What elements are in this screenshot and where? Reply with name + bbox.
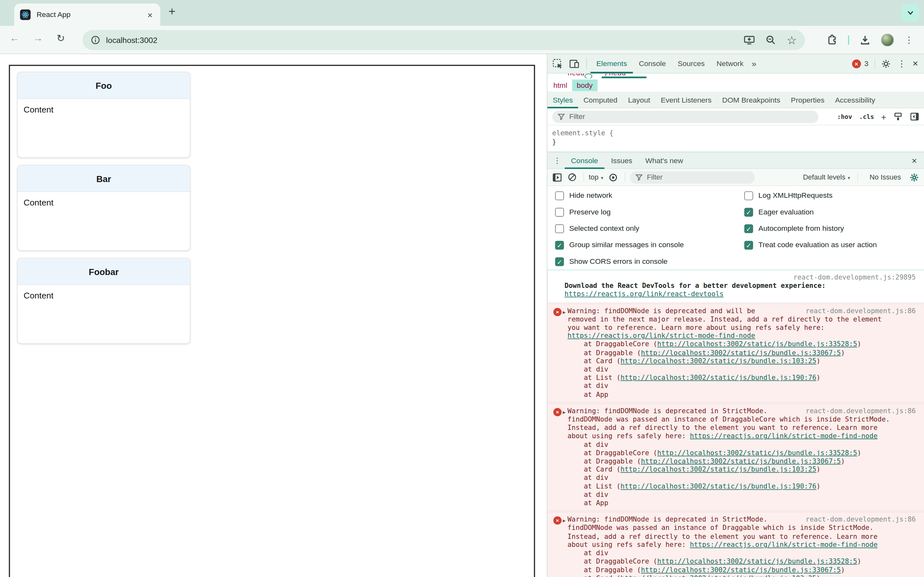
checkbox-group-similar-messages-in-console[interactable]: ✓ (555, 240, 564, 250)
expand-arrow-icon[interactable]: ▶ (563, 517, 565, 525)
back-icon[interactable]: ← (9, 32, 19, 44)
profile-avatar[interactable] (881, 34, 894, 47)
browser-tab[interactable]: React App × (14, 3, 160, 26)
message-source-link[interactable]: react-dom.development.js:86 (806, 516, 916, 524)
console-link[interactable]: http://localhost:3002/static/js/bundle.j… (620, 357, 816, 365)
tab-close-icon[interactable]: × (145, 10, 154, 19)
dom-tree-clipped-row[interactable]: head /head (548, 74, 924, 79)
tab-event-listeners[interactable]: Event Listeners (656, 92, 717, 108)
tab-layout[interactable]: Layout (623, 92, 656, 108)
site-info-icon[interactable] (91, 35, 100, 45)
tab-styles[interactable]: Styles (548, 92, 578, 108)
console-link[interactable]: http://localhost:3002/static/js/bundle.j… (641, 566, 841, 574)
checkbox-treat-code-evaluation-as-user-action[interactable]: ✓ (744, 240, 753, 250)
tab-elements[interactable]: Elements (590, 54, 633, 73)
console-link[interactable]: http://localhost:3002/static/js/bundle.j… (641, 348, 841, 357)
error-count[interactable]: 3 (864, 60, 869, 68)
tab-properties[interactable]: Properties (786, 92, 830, 108)
error-count-badge[interactable]: × (852, 59, 861, 68)
context-selector[interactable]: top▾ (589, 173, 603, 181)
bookmark-star-icon[interactable]: ☆ (787, 35, 796, 45)
checkbox-eager-evaluation[interactable]: ✓ (744, 207, 753, 216)
levels-dropdown[interactable]: Default levels▾ (803, 173, 850, 181)
more-tabs-icon[interactable]: » (752, 59, 756, 68)
console-link[interactable]: https://reactjs.org/link/strict-mode-fin… (690, 540, 877, 549)
tab-dom-breakpoints[interactable]: DOM Breakpoints (717, 92, 785, 108)
card-foo[interactable]: FooContent (17, 72, 190, 158)
console-link[interactable]: http://localhost:3002/static/js/bundle.j… (620, 482, 816, 490)
url-bar[interactable]: localhost:3002 ☆ (82, 30, 805, 50)
expand-arrow-icon[interactable]: ▶ (563, 308, 565, 317)
clear-console-icon[interactable] (567, 172, 577, 182)
rendering-brush-icon[interactable] (893, 112, 903, 121)
console-link[interactable]: http://localhost:3002/static/js/bundle.j… (657, 340, 857, 348)
checkbox-selected-context-only[interactable] (555, 224, 564, 233)
inspect-icon[interactable] (552, 58, 564, 69)
reload-icon[interactable]: ↻ (57, 32, 65, 45)
window-chevron-button[interactable] (901, 4, 919, 22)
device-toolbar-icon[interactable] (569, 58, 580, 69)
message-source-link[interactable]: react-dom.development.js:86 (806, 407, 916, 415)
card-foobar[interactable]: FoobarContent (17, 258, 190, 343)
tab-console[interactable]: Console (633, 54, 672, 73)
checkbox-log-xmlhttprequests[interactable] (744, 191, 753, 200)
console-link[interactable]: https://reactjs.org/link/strict-mode-fin… (567, 332, 755, 340)
setting-hide-network[interactable]: Hide network (555, 187, 684, 203)
setting-show-cors-errors-in-console[interactable]: ✓Show CORS errors in console (555, 253, 684, 269)
tab-console[interactable]: Console (565, 152, 605, 169)
checkbox-autocomplete-from-history[interactable]: ✓ (744, 224, 753, 233)
setting-treat-code-evaluation-as-user-action[interactable]: ✓Treat code evaluation as user action (744, 237, 877, 253)
console-link[interactable]: http://localhost:3002/static/js/bundle.j… (641, 457, 841, 465)
tab-computed[interactable]: Computed (578, 92, 623, 108)
setting-group-similar-messages-in-console[interactable]: ✓Group similar messages in console (555, 237, 684, 253)
devtools-menu-icon[interactable]: ⋮ (897, 58, 906, 69)
download-icon[interactable] (860, 35, 871, 45)
zoom-icon[interactable] (766, 35, 776, 45)
issues-counter[interactable]: No Issues (869, 173, 901, 181)
checkbox-hide-network[interactable] (555, 191, 564, 200)
message-source-link[interactable]: react-dom.development.js:86 (806, 306, 916, 315)
install-icon[interactable] (744, 35, 755, 45)
tab-sources[interactable]: Sources (672, 54, 711, 73)
new-tab-button[interactable]: + (168, 5, 175, 18)
console-filter-input[interactable]: Filter (630, 171, 754, 184)
breadcrumb-html[interactable]: html (549, 79, 572, 91)
setting-selected-context-only[interactable]: Selected context only (555, 220, 684, 237)
expand-arrow-icon[interactable]: ▶ (563, 408, 565, 417)
checkbox-preserve-log[interactable] (555, 207, 564, 216)
extensions-puzzle-icon[interactable] (825, 34, 837, 46)
setting-preserve-log[interactable]: Preserve log (555, 204, 684, 220)
setting-log-xmlhttprequests[interactable]: Log XMLHttpRequests (744, 187, 877, 203)
console-link[interactable]: http://localhost:3002/static/js/bundle.j… (620, 574, 816, 577)
checkbox-show-cors-errors-in-console[interactable]: ✓ (555, 257, 564, 266)
forward-icon[interactable]: → (33, 32, 43, 44)
hov-button[interactable]: :hov (837, 113, 852, 120)
settings-gear-icon[interactable] (881, 59, 891, 69)
setting-autocomplete-from-history[interactable]: ✓Autocomplete from history (744, 220, 877, 237)
tab-what-s-new[interactable]: What's new (639, 152, 690, 169)
element-style-block[interactable]: element.style { } (548, 125, 924, 152)
live-expression-eye-icon[interactable] (608, 172, 618, 182)
drawer-close-icon[interactable]: × (912, 155, 924, 165)
new-style-rule-icon[interactable]: + (881, 111, 886, 121)
console-link[interactable]: http://localhost:3002/static/js/bundle.j… (620, 374, 816, 382)
console-link[interactable]: https://reactjs.org/link/strict-mode-fin… (690, 432, 877, 440)
setting-eager-evaluation[interactable]: ✓Eager evaluation (744, 204, 877, 220)
tab-accessibility[interactable]: Accessibility (830, 92, 880, 108)
devtools-close-icon[interactable]: × (913, 58, 918, 69)
tab-network[interactable]: Network (711, 54, 750, 73)
console-link[interactable]: http://localhost:3002/static/js/bundle.j… (620, 466, 816, 474)
browser-menu-icon[interactable]: ⋮ (905, 35, 913, 45)
drawer-menu-icon[interactable]: ⋮ (553, 156, 561, 165)
message-source-link[interactable]: react-dom.development.js:29895 (570, 273, 916, 282)
console-link[interactable]: http://localhost:3002/static/js/bundle.j… (657, 557, 857, 566)
styles-filter-input[interactable]: Filter (552, 110, 819, 123)
console-link[interactable]: https://reactjs.org/link/react-devtools (565, 290, 724, 298)
tab-issues[interactable]: Issues (604, 152, 639, 169)
breadcrumb-body[interactable]: body (572, 79, 598, 91)
dock-sidebar-icon[interactable] (910, 112, 919, 121)
url-text[interactable]: localhost:3002 (106, 35, 733, 45)
console-settings-gear-icon[interactable] (909, 172, 919, 182)
console-sidebar-icon[interactable] (552, 172, 562, 182)
card-bar[interactable]: BarContent (17, 165, 190, 251)
